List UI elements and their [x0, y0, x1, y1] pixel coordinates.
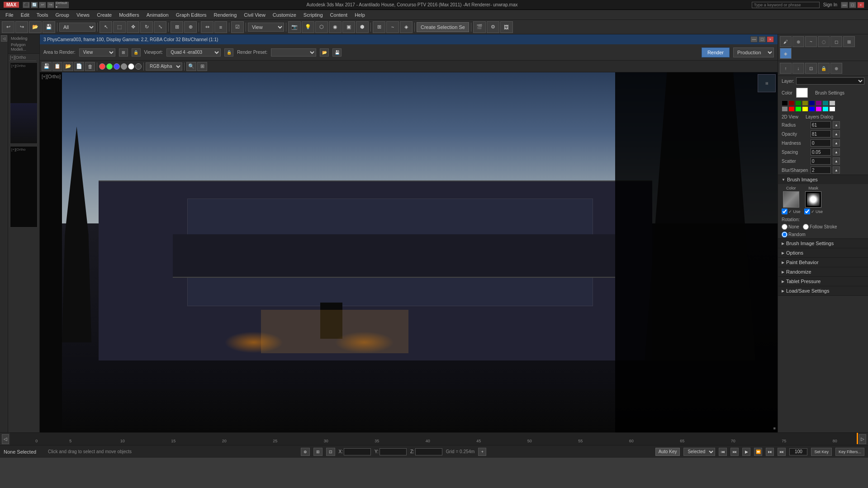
anim-end[interactable]: ⏭ [766, 448, 774, 456]
mini-viewport-2[interactable]: [+][Ortho [10, 146, 38, 227]
mini-viewport-1[interactable]: [+][Ortho [10, 62, 38, 144]
render-preset-dropdown[interactable] [271, 48, 316, 57]
rt-folder[interactable]: 📂 [63, 62, 73, 71]
none-radio[interactable]: None [782, 224, 799, 230]
menu-create[interactable]: Create [93, 11, 115, 19]
layer-dropdown[interactable] [796, 77, 864, 85]
menu-customize[interactable]: Customize [269, 11, 300, 19]
minimize-button[interactable]: — [841, 2, 848, 8]
menu-help[interactable]: Help [351, 11, 369, 19]
palette-silver[interactable] [829, 100, 835, 106]
use-mask-checkbox[interactable] [804, 208, 810, 214]
search-bar[interactable] [752, 2, 820, 8]
key-filters-btn[interactable]: Key Filters... [835, 448, 864, 456]
render-image-area[interactable]: [+][Ortho] ⊞ ■ [40, 72, 778, 432]
menu-views[interactable]: Views [73, 11, 93, 19]
z-input[interactable] [415, 448, 442, 455]
palette-yellow[interactable] [802, 106, 808, 112]
render-button[interactable]: Render [702, 47, 730, 57]
coord-btn2[interactable]: ⊞ [313, 448, 323, 456]
panel-blur-btn[interactable]: ◌ [818, 36, 830, 47]
tb-geom4[interactable]: ⬢ [356, 21, 369, 33]
tb-pivot[interactable]: ⊕ [184, 21, 197, 33]
create-selection-button[interactable]: Create Selection Se [417, 22, 469, 32]
tb-select-region[interactable]: ⬚ [113, 21, 126, 33]
tb-curves[interactable]: ~ [386, 21, 399, 33]
panel-active-btn[interactable]: ◈ [780, 48, 792, 59]
paint-behavior-header[interactable]: ▶ Paint Behavior [778, 258, 868, 267]
palette-darkred[interactable] [788, 100, 795, 106]
menu-content[interactable]: Content [327, 11, 351, 19]
palette-blue[interactable] [809, 106, 815, 112]
filter-dropdown[interactable]: All [59, 23, 95, 32]
radius-input[interactable] [811, 121, 831, 128]
production-dropdown[interactable]: Production [733, 47, 774, 57]
panel-clone-btn[interactable]: ⊞ [843, 36, 855, 47]
brush-color-swatch[interactable] [783, 191, 799, 208]
color-swatch-white[interactable] [796, 88, 808, 98]
far-left-btn1[interactable]: ◁ [1, 35, 7, 42]
area-to-render-dropdown[interactable]: View [79, 48, 115, 57]
close-button[interactable]: × [857, 2, 864, 8]
palette-magenta[interactable] [816, 106, 822, 112]
opacity-input[interactable] [811, 130, 831, 137]
tb-select[interactable]: ↖ [100, 21, 112, 33]
channel-dropdown[interactable]: RGB Alpha [146, 62, 182, 71]
randomize-header[interactable]: ▶ Randomize [778, 267, 868, 276]
rt-zoom[interactable]: 🔍 [186, 62, 196, 71]
view-dropdown[interactable]: View [248, 23, 284, 32]
palette-olive[interactable] [802, 100, 808, 106]
alpha-channel-btn[interactable] [121, 63, 127, 70]
brush-use-color[interactable]: ✓ Use [782, 208, 801, 214]
rt-save-copy[interactable]: 📋 [52, 62, 62, 71]
panel-paint-btn[interactable]: 🖌 [780, 36, 792, 47]
tb-scale[interactable]: ⤡ [154, 21, 166, 33]
black-channel-btn[interactable] [135, 63, 142, 70]
nav-cube[interactable]: ⊞ [758, 74, 776, 92]
menu-edit[interactable]: Edit [17, 11, 33, 19]
menu-group[interactable]: Group [52, 11, 73, 19]
tb-geom2[interactable]: ◉ [329, 21, 342, 33]
tb-mat[interactable]: ◈ [400, 21, 413, 33]
rt-fit[interactable]: ⊞ [197, 62, 207, 71]
tb-mirror[interactable]: ⇔ [201, 21, 213, 33]
tb-layers[interactable]: ⊞ [373, 21, 385, 33]
selected-dropdown[interactable]: Selected [683, 448, 715, 456]
sign-in[interactable]: Sign In [823, 2, 837, 7]
blur-sharpen-input[interactable] [811, 166, 831, 174]
rf-close[interactable]: × [767, 36, 774, 43]
options-header[interactable]: ▶ Options [778, 248, 868, 257]
play-fwd[interactable]: ⏩ [754, 448, 762, 456]
tb-save[interactable]: 💾 [43, 21, 55, 33]
palette-darkgreen[interactable] [795, 100, 802, 106]
brush-use-mask[interactable]: ✓ Use [804, 208, 823, 214]
mono-channel-btn[interactable] [128, 63, 134, 70]
spacing-inc[interactable]: ▲ [833, 148, 840, 156]
opacity-inc[interactable]: ▲ [833, 130, 840, 137]
panel-btn2-4[interactable]: 🔒 [818, 63, 830, 74]
timeline-marks[interactable]: 0 5 10 15 20 25 30 35 40 45 50 55 60 65 … [10, 433, 858, 445]
y-input[interactable] [379, 448, 407, 455]
tb-render[interactable]: 🎬 [473, 21, 486, 33]
search-input[interactable] [752, 2, 820, 8]
tb-align[interactable]: ≡ [214, 21, 227, 33]
palette-navy[interactable] [809, 100, 815, 106]
panel-btn2-1[interactable]: ↑ [780, 63, 792, 74]
hardness-inc[interactable]: ▲ [833, 139, 840, 147]
blue-channel-btn[interactable] [114, 63, 120, 70]
panel-btn2-5[interactable]: ⊕ [830, 63, 842, 74]
area-btn2[interactable]: 🔒 [132, 48, 141, 57]
panel-btn2-3[interactable]: ⊡ [805, 63, 817, 74]
menu-animation[interactable]: Animation [143, 11, 172, 19]
panel-btn2-2[interactable]: ↓ [792, 63, 804, 74]
layers-dialog-label[interactable]: Layers Dialog [806, 114, 833, 119]
menu-scripting[interactable]: Scripting [300, 11, 327, 19]
anim-prev[interactable]: ⏮ [719, 448, 727, 456]
menu-modifiers[interactable]: Modifiers [115, 11, 143, 19]
set-key-btn[interactable]: Set Key [811, 448, 832, 456]
palette-white[interactable] [829, 106, 835, 112]
brush-image-settings-header[interactable]: ▶ Brush Image Settings [778, 239, 868, 248]
tb-geom1[interactable]: ⬡ [315, 21, 328, 33]
palette-green[interactable] [795, 106, 802, 112]
palette-teal[interactable] [822, 100, 829, 106]
